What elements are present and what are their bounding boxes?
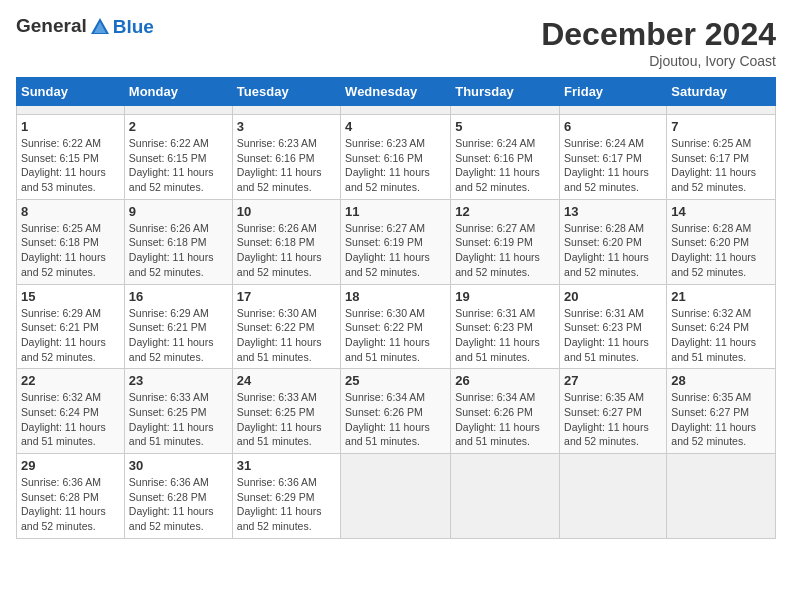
logo: General Blue bbox=[16, 16, 154, 38]
calendar-cell: 10Sunrise: 6:26 AMSunset: 6:18 PMDayligh… bbox=[232, 199, 340, 284]
day-header-tuesday: Tuesday bbox=[232, 78, 340, 106]
calendar-cell bbox=[560, 106, 667, 115]
calendar-cell: 27Sunrise: 6:35 AMSunset: 6:27 PMDayligh… bbox=[560, 369, 667, 454]
day-detail: Sunrise: 6:35 AMSunset: 6:27 PMDaylight:… bbox=[671, 390, 771, 449]
day-number: 21 bbox=[671, 289, 771, 304]
day-detail: Sunrise: 6:32 AMSunset: 6:24 PMDaylight:… bbox=[21, 390, 120, 449]
day-detail: Sunrise: 6:33 AMSunset: 6:25 PMDaylight:… bbox=[237, 390, 336, 449]
calendar-cell: 16Sunrise: 6:29 AMSunset: 6:21 PMDayligh… bbox=[124, 284, 232, 369]
calendar-cell bbox=[560, 454, 667, 539]
day-number: 6 bbox=[564, 119, 662, 134]
day-number: 14 bbox=[671, 204, 771, 219]
day-detail: Sunrise: 6:33 AMSunset: 6:25 PMDaylight:… bbox=[129, 390, 228, 449]
calendar-cell bbox=[17, 106, 125, 115]
day-number: 20 bbox=[564, 289, 662, 304]
calendar-cell: 22Sunrise: 6:32 AMSunset: 6:24 PMDayligh… bbox=[17, 369, 125, 454]
day-detail: Sunrise: 6:29 AMSunset: 6:21 PMDaylight:… bbox=[129, 306, 228, 365]
calendar-table: SundayMondayTuesdayWednesdayThursdayFrid… bbox=[16, 77, 776, 539]
day-detail: Sunrise: 6:24 AMSunset: 6:16 PMDaylight:… bbox=[455, 136, 555, 195]
day-header-thursday: Thursday bbox=[451, 78, 560, 106]
calendar-cell: 28Sunrise: 6:35 AMSunset: 6:27 PMDayligh… bbox=[667, 369, 776, 454]
day-number: 2 bbox=[129, 119, 228, 134]
day-number: 3 bbox=[237, 119, 336, 134]
day-detail: Sunrise: 6:34 AMSunset: 6:26 PMDaylight:… bbox=[345, 390, 446, 449]
calendar-cell: 19Sunrise: 6:31 AMSunset: 6:23 PMDayligh… bbox=[451, 284, 560, 369]
calendar-cell: 2Sunrise: 6:22 AMSunset: 6:15 PMDaylight… bbox=[124, 115, 232, 200]
calendar-cell bbox=[667, 454, 776, 539]
calendar-cell bbox=[341, 454, 451, 539]
calendar-cell: 23Sunrise: 6:33 AMSunset: 6:25 PMDayligh… bbox=[124, 369, 232, 454]
day-header-sunday: Sunday bbox=[17, 78, 125, 106]
calendar-cell bbox=[124, 106, 232, 115]
day-header-monday: Monday bbox=[124, 78, 232, 106]
calendar-cell: 3Sunrise: 6:23 AMSunset: 6:16 PMDaylight… bbox=[232, 115, 340, 200]
day-number: 7 bbox=[671, 119, 771, 134]
calendar-cell bbox=[667, 106, 776, 115]
location: Djoutou, Ivory Coast bbox=[541, 53, 776, 69]
day-detail: Sunrise: 6:25 AMSunset: 6:18 PMDaylight:… bbox=[21, 221, 120, 280]
day-detail: Sunrise: 6:22 AMSunset: 6:15 PMDaylight:… bbox=[21, 136, 120, 195]
day-detail: Sunrise: 6:28 AMSunset: 6:20 PMDaylight:… bbox=[671, 221, 771, 280]
calendar-cell: 9Sunrise: 6:26 AMSunset: 6:18 PMDaylight… bbox=[124, 199, 232, 284]
day-detail: Sunrise: 6:24 AMSunset: 6:17 PMDaylight:… bbox=[564, 136, 662, 195]
day-number: 16 bbox=[129, 289, 228, 304]
day-detail: Sunrise: 6:25 AMSunset: 6:17 PMDaylight:… bbox=[671, 136, 771, 195]
calendar-cell: 17Sunrise: 6:30 AMSunset: 6:22 PMDayligh… bbox=[232, 284, 340, 369]
day-detail: Sunrise: 6:31 AMSunset: 6:23 PMDaylight:… bbox=[564, 306, 662, 365]
calendar-cell: 18Sunrise: 6:30 AMSunset: 6:22 PMDayligh… bbox=[341, 284, 451, 369]
day-header-friday: Friday bbox=[560, 78, 667, 106]
day-detail: Sunrise: 6:31 AMSunset: 6:23 PMDaylight:… bbox=[455, 306, 555, 365]
day-detail: Sunrise: 6:32 AMSunset: 6:24 PMDaylight:… bbox=[671, 306, 771, 365]
day-number: 15 bbox=[21, 289, 120, 304]
day-detail: Sunrise: 6:36 AMSunset: 6:28 PMDaylight:… bbox=[21, 475, 120, 534]
calendar-cell bbox=[451, 106, 560, 115]
day-number: 30 bbox=[129, 458, 228, 473]
day-number: 10 bbox=[237, 204, 336, 219]
calendar-cell bbox=[341, 106, 451, 115]
day-detail: Sunrise: 6:36 AMSunset: 6:28 PMDaylight:… bbox=[129, 475, 228, 534]
day-detail: Sunrise: 6:27 AMSunset: 6:19 PMDaylight:… bbox=[345, 221, 446, 280]
day-detail: Sunrise: 6:29 AMSunset: 6:21 PMDaylight:… bbox=[21, 306, 120, 365]
calendar-cell: 21Sunrise: 6:32 AMSunset: 6:24 PMDayligh… bbox=[667, 284, 776, 369]
calendar-cell: 12Sunrise: 6:27 AMSunset: 6:19 PMDayligh… bbox=[451, 199, 560, 284]
day-detail: Sunrise: 6:28 AMSunset: 6:20 PMDaylight:… bbox=[564, 221, 662, 280]
calendar-cell: 29Sunrise: 6:36 AMSunset: 6:28 PMDayligh… bbox=[17, 454, 125, 539]
calendar-cell: 20Sunrise: 6:31 AMSunset: 6:23 PMDayligh… bbox=[560, 284, 667, 369]
calendar-cell: 26Sunrise: 6:34 AMSunset: 6:26 PMDayligh… bbox=[451, 369, 560, 454]
day-number: 25 bbox=[345, 373, 446, 388]
day-detail: Sunrise: 6:36 AMSunset: 6:29 PMDaylight:… bbox=[237, 475, 336, 534]
calendar-cell: 25Sunrise: 6:34 AMSunset: 6:26 PMDayligh… bbox=[341, 369, 451, 454]
day-detail: Sunrise: 6:23 AMSunset: 6:16 PMDaylight:… bbox=[237, 136, 336, 195]
calendar-cell: 7Sunrise: 6:25 AMSunset: 6:17 PMDaylight… bbox=[667, 115, 776, 200]
calendar-cell: 5Sunrise: 6:24 AMSunset: 6:16 PMDaylight… bbox=[451, 115, 560, 200]
calendar-cell: 31Sunrise: 6:36 AMSunset: 6:29 PMDayligh… bbox=[232, 454, 340, 539]
calendar-cell: 15Sunrise: 6:29 AMSunset: 6:21 PMDayligh… bbox=[17, 284, 125, 369]
title-block: December 2024 Djoutou, Ivory Coast bbox=[541, 16, 776, 69]
day-number: 28 bbox=[671, 373, 771, 388]
day-header-wednesday: Wednesday bbox=[341, 78, 451, 106]
day-number: 31 bbox=[237, 458, 336, 473]
month-title: December 2024 bbox=[541, 16, 776, 53]
day-detail: Sunrise: 6:26 AMSunset: 6:18 PMDaylight:… bbox=[237, 221, 336, 280]
day-number: 19 bbox=[455, 289, 555, 304]
day-detail: Sunrise: 6:22 AMSunset: 6:15 PMDaylight:… bbox=[129, 136, 228, 195]
day-number: 26 bbox=[455, 373, 555, 388]
day-header-saturday: Saturday bbox=[667, 78, 776, 106]
logo-icon bbox=[89, 16, 111, 38]
calendar-cell: 6Sunrise: 6:24 AMSunset: 6:17 PMDaylight… bbox=[560, 115, 667, 200]
calendar-cell: 14Sunrise: 6:28 AMSunset: 6:20 PMDayligh… bbox=[667, 199, 776, 284]
calendar-cell: 11Sunrise: 6:27 AMSunset: 6:19 PMDayligh… bbox=[341, 199, 451, 284]
day-number: 27 bbox=[564, 373, 662, 388]
day-number: 11 bbox=[345, 204, 446, 219]
day-number: 4 bbox=[345, 119, 446, 134]
calendar-cell: 30Sunrise: 6:36 AMSunset: 6:28 PMDayligh… bbox=[124, 454, 232, 539]
calendar-cell: 4Sunrise: 6:23 AMSunset: 6:16 PMDaylight… bbox=[341, 115, 451, 200]
logo-blue: Blue bbox=[113, 16, 154, 38]
day-number: 8 bbox=[21, 204, 120, 219]
calendar-cell: 13Sunrise: 6:28 AMSunset: 6:20 PMDayligh… bbox=[560, 199, 667, 284]
day-number: 12 bbox=[455, 204, 555, 219]
calendar-cell: 1Sunrise: 6:22 AMSunset: 6:15 PMDaylight… bbox=[17, 115, 125, 200]
calendar-cell bbox=[232, 106, 340, 115]
day-detail: Sunrise: 6:35 AMSunset: 6:27 PMDaylight:… bbox=[564, 390, 662, 449]
day-number: 24 bbox=[237, 373, 336, 388]
